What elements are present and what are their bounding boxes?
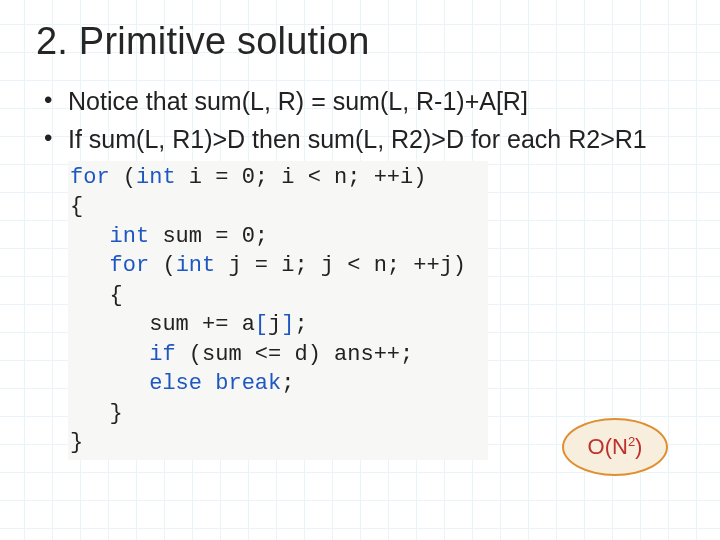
- code-keyword: int: [176, 253, 216, 278]
- bullet-item: Notice that sum(L, R) = sum(L, R-1)+A[R]: [42, 85, 684, 117]
- code-text: [70, 253, 110, 278]
- code-text: }: [70, 401, 123, 426]
- code-keyword: else: [149, 371, 202, 396]
- bullet-item: If sum(L, R1)>D then sum(L, R2)>D for ea…: [42, 123, 684, 155]
- code-text: {: [70, 283, 123, 308]
- code-text: j = i; j < n; ++j): [215, 253, 466, 278]
- code-text: i = 0; i < n; ++i): [176, 165, 427, 190]
- code-keyword: for: [110, 253, 150, 278]
- badge-prefix: O(N: [588, 434, 628, 459]
- code-bracket: [: [255, 312, 268, 337]
- code-text: j: [268, 312, 281, 337]
- code-text: }: [70, 430, 83, 455]
- code-bracket: ]: [281, 312, 294, 337]
- code-text: [70, 342, 149, 367]
- code-text: [202, 371, 215, 396]
- badge-suffix: ): [635, 434, 642, 459]
- code-keyword: for: [70, 165, 110, 190]
- code-keyword: break: [215, 371, 281, 396]
- badge-text: O(N2): [588, 434, 643, 460]
- complexity-badge: O(N2): [562, 418, 668, 476]
- code-block: for (int i = 0; i < n; ++i) { int sum = …: [68, 161, 488, 460]
- code-text: ;: [294, 312, 307, 337]
- code-text: sum += a: [70, 312, 255, 337]
- code-keyword: if: [149, 342, 175, 367]
- page-title: 2. Primitive solution: [36, 20, 684, 63]
- code-text: (: [110, 165, 136, 190]
- code-text: [70, 224, 110, 249]
- bullet-list: Notice that sum(L, R) = sum(L, R-1)+A[R]…: [36, 85, 684, 155]
- code-keyword: int: [136, 165, 176, 190]
- code-text: ;: [281, 371, 294, 396]
- code-text: (sum <= d) ans++;: [176, 342, 414, 367]
- code-text: [70, 371, 149, 396]
- code-text: (: [149, 253, 175, 278]
- code-text: {: [70, 194, 83, 219]
- code-keyword: int: [110, 224, 150, 249]
- code-text: sum = 0;: [149, 224, 268, 249]
